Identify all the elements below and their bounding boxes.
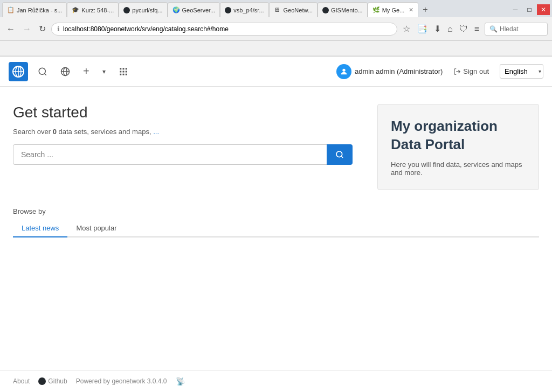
- add-header-button[interactable]: +: [80, 62, 93, 81]
- portal-description: Here you will find data, services and ma…: [391, 160, 526, 177]
- tab-label-1: Kurz: 548-...: [81, 7, 114, 13]
- tab-label-4: vsb_p4/sr...: [233, 7, 264, 13]
- tab-favicon-7: 🌿: [372, 6, 380, 14]
- browser-search-input[interactable]: [500, 25, 543, 33]
- search-header-button[interactable]: [34, 64, 51, 80]
- back-button[interactable]: ←: [4, 22, 17, 36]
- new-tab-button[interactable]: +: [418, 3, 432, 17]
- forward-button[interactable]: →: [20, 22, 33, 36]
- subtitle-link[interactable]: ...: [153, 128, 159, 136]
- globe-header-button[interactable]: [57, 64, 73, 80]
- tab-favicon-5: 🖥: [274, 6, 281, 14]
- language-selector[interactable]: English Czech French German Spanish ▾: [500, 64, 543, 79]
- svg-rect-16: [120, 73, 121, 75]
- user-label: admin admin (Administrator): [355, 67, 443, 75]
- svg-rect-10: [120, 68, 121, 69]
- browser-tab-7[interactable]: 🌿 My Ge... ✕: [368, 2, 419, 17]
- browse-by-section: Browse by Latest news Most popular: [0, 207, 552, 237]
- user-info: admin admin (Administrator): [336, 64, 443, 79]
- svg-point-21: [336, 151, 342, 157]
- download-button[interactable]: ⬇: [432, 22, 443, 36]
- portal-title: My organization Data Portal: [391, 117, 526, 154]
- url-bar: ℹ: [51, 23, 397, 36]
- left-panel: Get started Search over 0 data sets, ser…: [13, 104, 364, 165]
- window-controls: ─ □ ✕: [509, 4, 550, 15]
- search-input[interactable]: [13, 144, 327, 165]
- bookmarks-bar: [0, 41, 552, 56]
- svg-point-19: [342, 68, 345, 71]
- tab-favicon-1: 🎓: [72, 6, 79, 14]
- minimize-button[interactable]: ─: [509, 4, 522, 15]
- subtitle-pre: Search over: [13, 128, 53, 136]
- browser-tab-3[interactable]: 🌍 GeoServer...: [168, 2, 220, 17]
- refresh-button[interactable]: ↻: [37, 22, 48, 36]
- user-avatar: [336, 64, 351, 79]
- svg-rect-13: [120, 71, 121, 72]
- tab-label-2: pycurl/sfq...: [132, 7, 162, 13]
- tab-label-3: GeoServer...: [182, 7, 216, 13]
- svg-rect-15: [125, 71, 127, 72]
- tab-most-popular[interactable]: Most popular: [67, 220, 125, 237]
- close-tab-icon[interactable]: ✕: [409, 6, 413, 13]
- menu-button[interactable]: ≡: [472, 22, 481, 36]
- tab-favicon-4: [225, 7, 231, 13]
- search-icon-addr: 🔍: [489, 25, 498, 33]
- browser-tab-5[interactable]: 🖥 GeoNetw...: [269, 2, 318, 17]
- address-bar: ← → ↻ ℹ ☆ 📑 ⬇ ⌂ 🛡 ≡ 🔍: [0, 17, 552, 41]
- page-title: Get started: [13, 104, 364, 121]
- tab-favicon-3: 🌍: [172, 6, 180, 14]
- search-row: [13, 144, 353, 165]
- tab-favicon-6: [322, 7, 329, 13]
- svg-line-6: [44, 73, 46, 75]
- tab-favicon-0: 📋: [7, 6, 15, 14]
- svg-rect-11: [122, 68, 124, 69]
- browse-tabs: Latest news Most popular: [13, 220, 539, 237]
- svg-rect-17: [122, 73, 124, 75]
- tab-favicon-2: [123, 7, 130, 13]
- secure-icon: ℹ: [57, 25, 60, 33]
- svg-point-5: [39, 68, 45, 74]
- svg-rect-12: [125, 68, 127, 69]
- browser-tab-1[interactable]: 🎓 Kurz: 548-...: [67, 2, 119, 17]
- content-row: Get started Search over 0 data sets, ser…: [13, 104, 539, 190]
- browser-tab-0[interactable]: 📋 Jan Růžička - s...: [2, 2, 67, 17]
- portal-info-panel: My organization Data Portal Here you wil…: [377, 104, 539, 190]
- search-button[interactable]: [327, 144, 353, 165]
- main-content: Get started Search over 0 data sets, ser…: [0, 87, 552, 207]
- browser-tab-2[interactable]: pycurl/sfq...: [119, 2, 167, 17]
- maximize-button[interactable]: □: [523, 4, 536, 15]
- app-logo[interactable]: [9, 62, 28, 81]
- app-header: + ▾ admin admin (Administrator) Sign out…: [0, 57, 552, 87]
- dropdown-header-button[interactable]: ▾: [99, 65, 109, 79]
- toolbar-icons: ☆ 📑 ⬇ ⌂ 🛡 ≡: [401, 22, 481, 36]
- subtitle: Search over 0 data sets, services and ma…: [13, 128, 364, 136]
- signout-label: Sign out: [463, 67, 489, 75]
- tab-most-popular-label: Most popular: [76, 224, 116, 232]
- tab-label-0: Jan Růžička - s...: [17, 7, 62, 13]
- tab-latest-news[interactable]: Latest news: [13, 220, 67, 237]
- tab-label-7: My Ge...: [382, 7, 405, 13]
- subtitle-post: data sets, services and maps,: [57, 128, 151, 136]
- shield-button[interactable]: 🛡: [457, 22, 470, 36]
- bookmark-button[interactable]: 📑: [415, 22, 430, 36]
- signout-button[interactable]: Sign out: [449, 65, 493, 78]
- tab-latest-news-label: Latest news: [22, 224, 59, 232]
- svg-rect-18: [125, 73, 127, 75]
- svg-line-22: [341, 156, 343, 158]
- grid-header-button[interactable]: [115, 64, 132, 80]
- tab-bar: 📋 Jan Růžička - s... 🎓 Kurz: 548-... pyc…: [0, 0, 552, 17]
- browser-chrome: 📋 Jan Růžička - s... 🎓 Kurz: 548-... pyc…: [0, 0, 552, 57]
- tab-label-5: GeoNetw...: [284, 7, 313, 13]
- close-button[interactable]: ✕: [537, 4, 550, 15]
- url-input[interactable]: [63, 25, 391, 33]
- browser-tab-6[interactable]: GISMento...: [318, 2, 368, 17]
- tab-label-6: GISMento...: [331, 7, 363, 13]
- subtitle-count: 0: [53, 128, 57, 136]
- language-select[interactable]: English Czech French German Spanish: [500, 64, 543, 79]
- svg-rect-14: [122, 71, 124, 72]
- browse-by-label: Browse by: [13, 207, 539, 215]
- browser-tab-4[interactable]: vsb_p4/sr...: [220, 2, 268, 17]
- star-button[interactable]: ☆: [401, 22, 412, 36]
- home-button[interactable]: ⌂: [445, 22, 455, 36]
